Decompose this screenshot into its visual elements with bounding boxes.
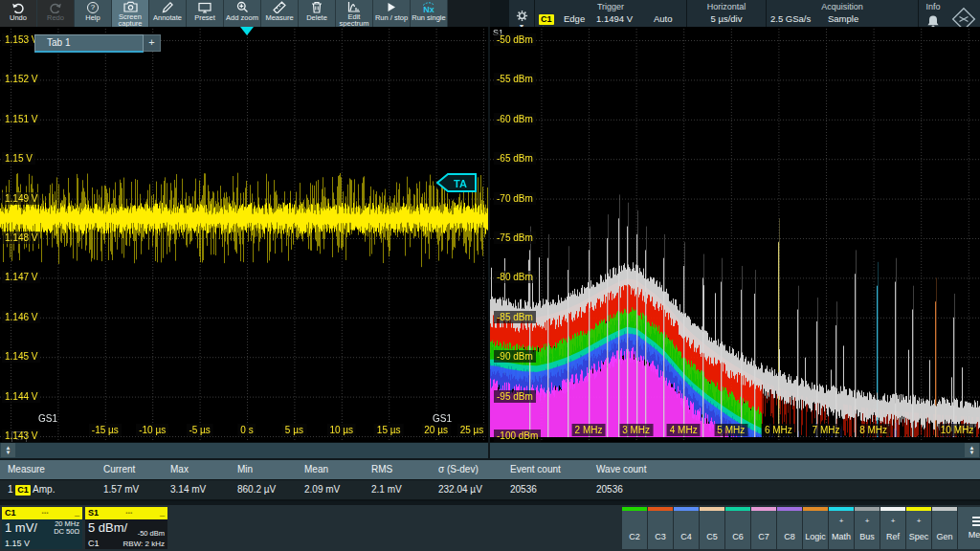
channel-color-stripe (777, 507, 802, 511)
column-header-s-dev: σ (S-dev) (431, 460, 502, 479)
x-axis-label: -5 µs (186, 424, 212, 436)
annotate-button[interactable]: Annotate (149, 0, 187, 27)
channel-button-c3[interactable]: C3 (648, 507, 673, 549)
y-axis-label: 1.152 V (2, 73, 40, 85)
channel-buttons: C2C3C4C5C6C7C8Logic+Math+Bus+Ref+SpecGen… (622, 507, 980, 549)
horizontal-scrollbar-left[interactable]: ▲▼ (0, 442, 488, 458)
time-domain-graph[interactable]: Tab 1 + TA C1 GS1 GS1 1.153 V1.152 V1.15… (0, 27, 488, 442)
toolbar-button-label: Run / stop (375, 14, 408, 21)
channel-button-c6[interactable]: C6 (725, 507, 750, 549)
measurement-value: 3.14 mV (163, 480, 230, 499)
delete-button[interactable]: Delete (299, 0, 336, 27)
y-axis-label: -90 dBm (494, 350, 536, 363)
s1-source: C1 (88, 539, 100, 548)
add-zoom-button[interactable]: Add zoom (224, 0, 261, 27)
y-axis-label: -85 dBm (494, 311, 536, 323)
y-axis-label: 1.148 V (2, 231, 40, 244)
channel-button-math[interactable]: +Math (829, 507, 854, 549)
drag-dots-icon: ⋯ (125, 507, 133, 519)
channel-badge-c1[interactable]: C1 ⋯ _ 1 mV/ 20 MHzDC 50Ω 1.15 V (2, 507, 82, 549)
toolbar: UndoRedo?HelpScreen captureAnnotatePrese… (0, 0, 490, 27)
channel-button-gen[interactable]: Gen (932, 507, 957, 549)
help-button[interactable]: ?Help (75, 0, 112, 27)
y-axis-label: 1.149 V (2, 192, 40, 205)
table-row[interactable]: 1 C1 Amp.1.57 mV3.14 mV860.2 µV2.09 mV2.… (0, 480, 980, 501)
toolbar-button-label: Screen capture (112, 13, 148, 27)
minimize-icon[interactable]: _ (160, 507, 165, 519)
y-axis-label: -50 dBm (494, 33, 536, 46)
channel-color-stripe (725, 507, 750, 511)
preset-button[interactable]: Preset (187, 0, 224, 27)
toolbar-button-label: Delete (306, 14, 327, 21)
channel-color-stripe (622, 507, 647, 511)
camera-icon (123, 1, 138, 12)
measurement-table: MeasureCurrentMaxMinMeanRMSσ (S-dev)Even… (0, 460, 980, 501)
horizontal-scrollbar-right[interactable]: ▲▼ (490, 442, 980, 458)
channel-button-label: C4 (680, 532, 692, 541)
undo-button[interactable]: Undo (0, 0, 37, 27)
x-axis-label: -15 µs (89, 424, 122, 436)
svg-text:TA: TA (454, 178, 467, 189)
column-header-measure: Measure (0, 460, 96, 479)
x-axis-label: 10 MHz (938, 424, 976, 436)
channel-button-c8[interactable]: C8 (777, 507, 802, 549)
spectrum-graph[interactable]: S1 -50 dBm-55 dBm-60 dBm-65 dBm-70 dBm-7… (490, 27, 980, 442)
x-axis-label: 5 µs (282, 424, 306, 436)
channel-color-stripe (932, 507, 957, 511)
toolbar-button-label: Edit spectrum (336, 13, 372, 27)
y-axis-label: 1.143 V (2, 430, 40, 442)
trigger-level-flag[interactable]: TA (435, 172, 478, 193)
channel-button-label: Math (832, 532, 851, 541)
y-axis-label: -65 dBm (494, 152, 536, 165)
y-axis-label: -80 dBm (494, 271, 536, 283)
x-axis-label: 3 MHz (619, 424, 653, 436)
column-header-event-count: Event count (502, 460, 589, 479)
run-single-button[interactable]: NxRun single (411, 0, 448, 27)
redo-icon (49, 1, 62, 13)
x-axis-label: 2 MHz (572, 424, 606, 436)
badge-s1-id: S1 (88, 507, 99, 519)
spectrum-canvas[interactable] (490, 27, 980, 442)
analog-waveform-canvas[interactable] (0, 27, 488, 442)
tab-1[interactable]: Tab 1 (34, 34, 144, 53)
channel-button-logic[interactable]: Logic (803, 507, 828, 549)
oscilloscope-screen: UndoRedo?HelpScreen captureAnnotatePrese… (0, 0, 980, 551)
channel-color-stripe (906, 507, 931, 511)
spectrum-icon (347, 1, 361, 12)
column-header-min: Min (230, 460, 297, 479)
scroll-arrows-button[interactable]: ▲▼ (1, 443, 15, 457)
channel-button-spec[interactable]: +Spec (906, 507, 931, 549)
add-tab-button[interactable]: + (144, 34, 161, 52)
channel-button-label: Logic (805, 532, 826, 541)
edit-spectrum-button[interactable]: Edit spectrum (336, 0, 373, 27)
channel-button-c7[interactable]: C7 (751, 507, 776, 549)
plus-icon: + (839, 517, 844, 525)
trigger-source-badge: C1 (539, 14, 554, 25)
x-axis-label: -10 µs (136, 424, 168, 436)
y-axis-label: -75 dBm (494, 231, 536, 244)
channel-button-ref[interactable]: +Ref (880, 507, 905, 549)
play-icon (387, 1, 396, 13)
y-axis-label: 1.146 V (2, 311, 40, 323)
screen-capture-button[interactable]: Screen capture (112, 0, 149, 27)
measurement-name-cell: 1 C1 Amp. (0, 480, 96, 499)
measure-button[interactable]: Measure (261, 0, 299, 27)
s1-ref-level: -50 dBm (138, 529, 165, 538)
scroll-arrows-button[interactable]: ▲▼ (965, 443, 979, 457)
menu-button[interactable]: Menu (958, 507, 980, 549)
spectrum-badge-s1[interactable]: S1 ⋯ _ 5 dBm/ -50 dBm C1 RBW: 2 kHz (85, 507, 167, 549)
y-axis-label: 1.145 V (2, 350, 40, 363)
minimize-icon[interactable]: _ (75, 507, 79, 519)
trigger-position-marker[interactable] (240, 27, 254, 35)
channel-button-bus[interactable]: +Bus (855, 507, 880, 549)
channel-button-c5[interactable]: C5 (700, 507, 724, 549)
run-stop-button[interactable]: Run / stop (373, 0, 411, 27)
nx-icon: Nx (422, 1, 435, 13)
horizontal-scale: 5 µs/div (687, 12, 766, 25)
channel-button-c2[interactable]: C2 (622, 507, 647, 549)
channel-button-label: Gen (936, 532, 952, 541)
c1-bandwidth-coupling: 20 MHzDC 50Ω (54, 520, 79, 536)
y-axis-label: -55 dBm (494, 73, 536, 85)
channel-button-c4[interactable]: C4 (674, 507, 699, 549)
x-axis-label: 0 s (237, 424, 256, 436)
